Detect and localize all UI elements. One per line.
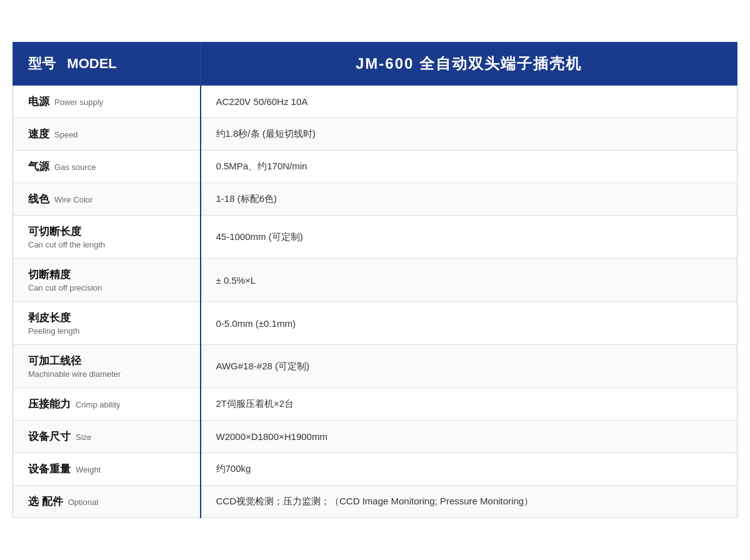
value-cell-weight: 约700kg bbox=[201, 453, 738, 486]
table-row: 可加工线径Machinable wire diameterAWG#18-#28 … bbox=[13, 345, 738, 388]
table-row: 压接能力Crimp ability2T伺服压着机×2台 bbox=[13, 388, 738, 421]
label-cell-crimp: 压接能力Crimp ability bbox=[13, 388, 201, 421]
table-row: 选 配件OptionalCCD视觉检测；压力监测；（CCD Image Moni… bbox=[13, 486, 738, 518]
model-label-zh: 型号 bbox=[28, 56, 56, 71]
label-en-power: Power supply bbox=[54, 98, 103, 107]
value-cell-optional: CCD视觉检测；压力监测；（CCD Image Monitoring; Pres… bbox=[201, 486, 738, 518]
table-row: 电源Power supplyAC220V 50/60Hz 10A bbox=[13, 86, 738, 118]
value-cell-wire-color: 1-18 (标配6色) bbox=[201, 183, 738, 216]
value-cell-peel-length: 0-5.0mm (±0.1mm) bbox=[201, 302, 738, 345]
model-label-en: MODEL bbox=[67, 56, 116, 71]
label-en-size: Size bbox=[76, 432, 91, 442]
label-cell-wire-diameter: 可加工线径Machinable wire diameter bbox=[13, 345, 201, 388]
label-en-weight: Weight bbox=[76, 465, 101, 474]
label-zh-cut-length: 可切断长度 bbox=[28, 224, 185, 239]
label-cell-size: 设备尺寸Size bbox=[13, 421, 201, 453]
table-row: 设备重量Weight约700kg bbox=[13, 453, 738, 486]
value-cell-gas: 0.5MPa、约170N/min bbox=[201, 151, 738, 183]
label-zh-wire-color: 线色 bbox=[28, 192, 49, 206]
label-en-wire-color: Wire Color bbox=[54, 195, 92, 204]
value-cell-size: W2000×D1800×H1900mm bbox=[201, 421, 738, 453]
value-cell-crimp: 2T伺服压着机×2台 bbox=[201, 388, 738, 421]
table-row: 设备尺寸SizeW2000×D1800×H1900mm bbox=[13, 421, 738, 453]
label-cell-optional: 选 配件Optional bbox=[13, 486, 201, 518]
label-zh-speed: 速度 bbox=[28, 127, 49, 141]
value-cell-wire-diameter: AWG#18-#28 (可定制) bbox=[201, 345, 738, 388]
label-en-cut-precision: Can cut off precision bbox=[28, 283, 185, 292]
label-en-speed: Speed bbox=[54, 130, 78, 139]
label-zh-cut-precision: 切断精度 bbox=[28, 268, 185, 282]
label-zh-weight: 设备重量 bbox=[28, 462, 71, 476]
label-cell-power: 电源Power supply bbox=[13, 86, 201, 118]
value-cell-power: AC220V 50/60Hz 10A bbox=[201, 86, 738, 118]
label-cell-peel-length: 剥皮长度Peeling length bbox=[13, 302, 201, 345]
spec-table: 型号 MODEL JM-600 全自动双头端子插壳机 电源Power suppl… bbox=[12, 42, 738, 518]
label-zh-power: 电源 bbox=[28, 94, 49, 109]
table-row: 气源Gas source0.5MPa、约170N/min bbox=[13, 151, 738, 183]
table-row: 切断精度Can cut off precision± 0.5%×L bbox=[13, 259, 738, 302]
label-zh-peel-length: 剥皮长度 bbox=[28, 311, 185, 325]
label-en-crimp: Crimp ability bbox=[76, 400, 121, 409]
label-cell-cut-length: 可切断长度Can cut off the length bbox=[13, 216, 201, 259]
label-zh-gas: 气源 bbox=[28, 159, 49, 174]
value-cell-cut-precision: ± 0.5%×L bbox=[201, 259, 738, 302]
label-cell-gas: 气源Gas source bbox=[13, 151, 201, 183]
label-en-optional: Optional bbox=[68, 498, 98, 507]
table-row: 可切断长度Can cut off the length45-1000mm (可定… bbox=[13, 216, 738, 259]
product-title: JM-600 全自动双头端子插壳机 bbox=[201, 42, 738, 86]
label-zh-wire-diameter: 可加工线径 bbox=[28, 354, 185, 368]
table-row: 剥皮长度Peeling length0-5.0mm (±0.1mm) bbox=[13, 302, 738, 345]
label-cell-speed: 速度Speed bbox=[13, 118, 201, 151]
value-cell-speed: 约1.8秒/条 (最短切线时) bbox=[201, 118, 738, 151]
value-cell-cut-length: 45-1000mm (可定制) bbox=[201, 216, 738, 259]
label-en-gas: Gas source bbox=[54, 162, 96, 172]
label-cell-wire-color: 线色Wire Color bbox=[13, 183, 201, 216]
table-row: 线色Wire Color1-18 (标配6色) bbox=[13, 183, 738, 216]
label-cell-weight: 设备重量Weight bbox=[13, 453, 201, 486]
label-zh-optional: 选 配件 bbox=[28, 494, 63, 509]
label-en-wire-diameter: Machinable wire diameter bbox=[28, 369, 185, 379]
label-en-peel-length: Peeling length bbox=[28, 326, 185, 336]
model-header: 型号 MODEL bbox=[13, 42, 201, 86]
label-zh-size: 设备尺寸 bbox=[28, 429, 71, 444]
label-cell-cut-precision: 切断精度Can cut off precision bbox=[13, 259, 201, 302]
table-row: 速度Speed约1.8秒/条 (最短切线时) bbox=[13, 118, 738, 151]
label-zh-crimp: 压接能力 bbox=[28, 397, 71, 411]
label-en-cut-length: Can cut off the length bbox=[28, 240, 185, 249]
